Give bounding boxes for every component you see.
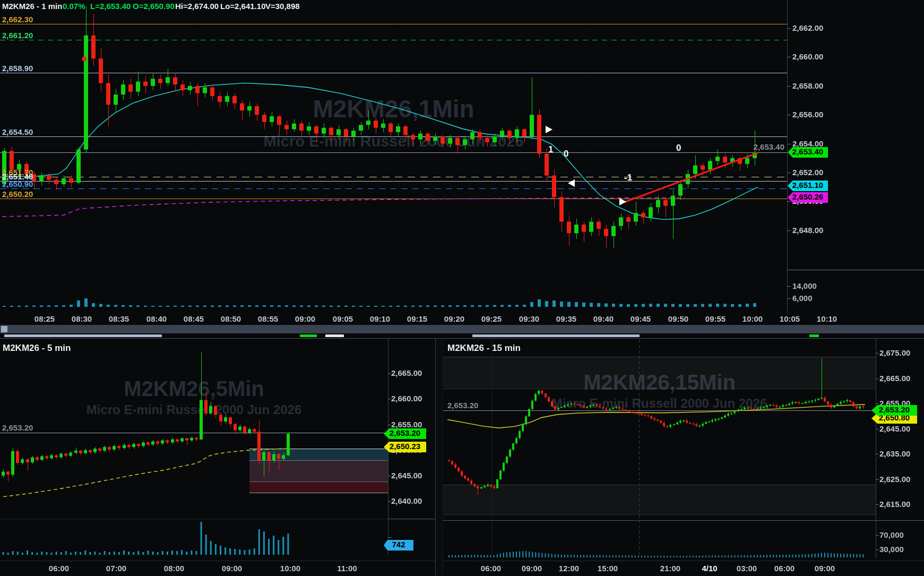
price-axis-label: 2,660.00: [391, 394, 422, 403]
time-axis-label: 08:00: [157, 564, 191, 573]
time-axis-label: 08:40: [140, 314, 174, 323]
time-axis-1min[interactable]: 08:2508:3008:3508:4008:4508:5008:5509:00…: [0, 314, 924, 324]
volume-badge: 742: [384, 540, 413, 551]
price-axis-label: 2,625.00: [879, 475, 910, 484]
stat-low: Lo=2,641.10: [220, 2, 265, 11]
time-axis-label: 08:45: [177, 314, 211, 323]
trade-marker-label: 1: [548, 144, 553, 155]
scrollbar-thumb[interactable]: [1, 326, 7, 332]
time-axis-5min[interactable]: 06:0007:0008:0009:0010:0011:00: [0, 564, 435, 574]
price-axis-label: 2,635.00: [879, 449, 910, 458]
time-axis-label: 09:45: [624, 314, 658, 323]
panel-divider[interactable]: [435, 339, 443, 576]
chart-title-15min: M2KM26 - 15 min: [447, 343, 521, 354]
time-axis-label: 09:30: [512, 314, 546, 323]
trade-marker-label: -1: [624, 173, 632, 183]
price-badge: 2,653.20: [871, 405, 917, 416]
strip-segment: [4, 334, 162, 337]
time-axis-label: 10:00: [736, 314, 770, 323]
time-axis-label: 09:50: [661, 314, 695, 323]
price-axis-15min[interactable]: [876, 338, 924, 558]
stat-last: L=2,653.40: [90, 2, 131, 11]
level-label: 2,650.20: [2, 190, 33, 199]
price-axis-label: 2,658.00: [792, 81, 823, 90]
chart-title-5min: M2KM26 - 5 min: [3, 343, 71, 354]
strip-segment: [325, 334, 344, 337]
time-axis-label: 12:00: [552, 564, 586, 573]
chart-5min-canvas[interactable]: [0, 324, 435, 576]
time-axis-label: 06:00: [42, 564, 76, 573]
volume-axis-label: 30,000: [879, 545, 904, 554]
price-axis-label: 2,656.00: [792, 110, 823, 119]
price-axis-label: 2,675.00: [879, 348, 910, 357]
time-axis-label: 11:00: [330, 564, 364, 573]
trade-marker-label: 0: [676, 143, 681, 153]
chart-title-1min: M2KM26 - 1 min: [2, 2, 62, 11]
trade-marker-label: 0: [564, 149, 568, 159]
price-axis-label: 2,645.00: [391, 471, 422, 480]
time-axis-label: 09:10: [363, 314, 397, 323]
level-label: 2,650.90: [2, 179, 33, 188]
strip-segment: [300, 334, 317, 337]
price-badge: 2,650.26: [788, 192, 828, 203]
price-axis-label: 2,615.00: [879, 500, 910, 509]
price-badge: 2,653.40: [788, 147, 828, 158]
time-axis-label: 09:40: [586, 314, 620, 323]
time-axis-label: 09:00: [215, 564, 249, 573]
price-axis-label: 2,640.00: [391, 496, 422, 505]
chart-1min-canvas[interactable]: [0, 0, 924, 324]
level-label: 2,654.50: [2, 127, 33, 136]
time-axis-label: 10:05: [773, 314, 807, 323]
bottom-panels-border: [0, 338, 924, 339]
price-axis-label: 2,648.00: [792, 226, 823, 235]
time-axis-label: 08:30: [65, 314, 99, 323]
volume-axis-label: 14,000: [792, 281, 817, 290]
time-axis-label: 09:55: [698, 314, 732, 323]
price-axis-label: 2,660.00: [792, 52, 823, 61]
price-axis-label: 2,665.00: [391, 368, 422, 377]
time-axis-label: 10:10: [810, 314, 844, 323]
time-axis-label: 4/10: [693, 564, 727, 573]
chart-15min-canvas[interactable]: [435, 324, 924, 576]
trading-workspace: M2KM26,1Min Micro E-mini Russell 2000 Ju…: [0, 0, 924, 576]
time-axis-label: 03:00: [730, 564, 764, 573]
inchart-level-label-5min: 2,653.20: [2, 423, 33, 432]
volume-axis-label: 6,000: [792, 294, 813, 303]
volume-axis-label: 70,000: [879, 530, 904, 539]
time-axis-label: 09:35: [549, 314, 583, 323]
time-axis-label: 09:00: [808, 564, 842, 573]
time-axis-label: 08:25: [28, 314, 62, 323]
time-axis-label: 10:00: [273, 564, 307, 573]
stat-high: Hi=2,674.00: [175, 2, 219, 11]
time-axis-label: 08:55: [251, 314, 285, 323]
level-label: 2,658.90: [2, 64, 33, 73]
price-axis-label: 2,665.00: [879, 374, 910, 383]
strip-segment: [809, 334, 819, 337]
stat-change-pct: 0.07%: [63, 2, 85, 11]
time-axis-label: 09:25: [474, 314, 508, 323]
time-axis-label: 09:00: [288, 314, 322, 323]
time-axis-label: 07:00: [99, 564, 133, 573]
price-axis-label: 2,645.00: [879, 424, 910, 433]
time-axis-label: 06:00: [767, 564, 801, 573]
price-badge: 2,653.20: [384, 428, 426, 439]
time-axis-label: 09:05: [326, 314, 360, 323]
price-badge: 2,650.23: [384, 442, 426, 452]
time-axis-15min[interactable]: 06:0009:0012:0015:0021:004/1003:0006:000…: [435, 564, 924, 574]
horizontal-scrollbar[interactable]: [0, 325, 924, 333]
time-axis-label: 08:35: [102, 314, 136, 323]
time-axis-label: 21:00: [653, 564, 687, 573]
stat-open: O=2,650.90: [133, 2, 175, 11]
time-axis-label: 09:00: [515, 564, 549, 573]
level-label: 2,661.20: [2, 31, 33, 40]
price-axis-label: 2,652.00: [792, 168, 823, 177]
strip-segment: [472, 334, 640, 337]
stat-volume: V=30,898: [265, 2, 300, 11]
inchart-last-price-1min: 2,653.40: [738, 142, 784, 151]
price-axis-label: 2,662.00: [792, 23, 823, 32]
time-axis-label: 09:20: [437, 314, 471, 323]
price-axis-label: 2,654.00: [792, 139, 823, 148]
time-axis-label: 15:00: [591, 564, 625, 573]
level-label: 2,662.30: [2, 15, 33, 24]
time-axis-label: 06:00: [474, 564, 508, 573]
